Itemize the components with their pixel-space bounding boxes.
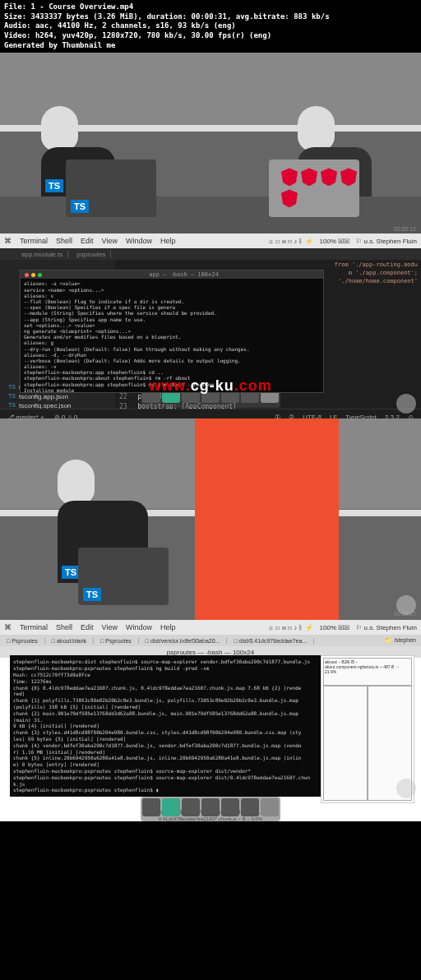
angular-shield-icon xyxy=(340,168,357,186)
timestamp: 00:00:12 xyxy=(394,226,416,232)
laptop-right xyxy=(269,159,359,217)
terminal-output: stephenfluin-macbookpro:dist stephenflui… xyxy=(13,659,317,793)
ts-sticker: TS xyxy=(71,200,89,213)
menu-edit[interactable]: Edit xyxy=(81,623,94,631)
apple-icon[interactable]: ⌘ xyxy=(4,237,12,245)
menu-window[interactable]: Window xyxy=(126,237,152,245)
battery-status: 100% ☒☒ xyxy=(320,624,350,631)
ts-file-icon: TS xyxy=(8,393,16,400)
menu-edit[interactable]: Edit xyxy=(81,237,94,245)
menu-shell[interactable]: Shell xyxy=(56,623,72,631)
user-name[interactable]: ⚐ u.s. Stephen Fluin xyxy=(356,624,417,631)
browser-window: □ Psproutes □ about:blank □ Psproutes □ … xyxy=(0,635,421,821)
menu-terminal[interactable]: Terminal xyxy=(20,237,48,245)
menu-view[interactable]: View xyxy=(102,237,118,245)
code-line: m './app.component'; xyxy=(335,270,418,278)
browser-tabs[interactable]: □ Psproutes □ about:blank □ Psproutes □ … xyxy=(0,635,421,646)
editor-tab[interactable]: app.module.ts xyxy=(16,251,68,258)
menu-help[interactable]: Help xyxy=(160,237,176,245)
dock-item[interactable] xyxy=(201,798,220,816)
terminal-output: aliases: -a <value> service <name> <opti… xyxy=(24,280,320,393)
dock-item[interactable] xyxy=(241,798,259,816)
apple-icon[interactable]: ⌘ xyxy=(4,623,12,631)
close-icon[interactable] xyxy=(25,273,29,277)
menu-window[interactable]: Window xyxy=(126,623,152,631)
angular-shield-icon xyxy=(321,168,337,186)
orange-panel xyxy=(195,418,339,620)
user-name[interactable]: ⚐ u.s. Stephen Fluin xyxy=(356,238,417,245)
menubar-icons[interactable]: ☼ ⊡ ⊞ ⊟ ♪ ᛒ ⚡ xyxy=(268,238,313,245)
angular-stickers xyxy=(281,168,359,207)
angular-shield-icon xyxy=(301,168,317,186)
ts-file-icon: TS xyxy=(8,384,16,391)
menubar-icons[interactable]: ☼ ⊡ ⊞ ⊟ ♪ ᛒ ⚡ xyxy=(268,624,313,631)
code-line: './home/home.component' xyxy=(335,278,418,286)
ts-sticker: TS xyxy=(62,566,80,579)
ts-sticker: TS xyxy=(83,588,101,601)
menubar[interactable]: ⌘ Terminal Shell Edit View Window Help ☼… xyxy=(0,233,421,248)
menu-terminal[interactable]: Terminal xyxy=(20,623,48,631)
menu-help[interactable]: Help xyxy=(160,623,176,631)
trash-icon[interactable] xyxy=(261,798,279,816)
editor-tab[interactable]: psproutes xyxy=(72,251,111,258)
terminal-window[interactable]: app — -bash — 100x24 aliases: -a <value>… xyxy=(20,270,324,393)
dock-item[interactable] xyxy=(162,798,180,816)
menu-view[interactable]: View xyxy=(102,623,118,631)
battery-status: 100% ☒☒ xyxy=(320,238,350,245)
file-item[interactable]: TStsconfig.app.json xyxy=(0,392,115,401)
terminal-titlebar[interactable]: app — -bash — 100x24 xyxy=(21,270,323,279)
file-metadata: File: 1 - Course Overview.mp4 Size: 3433… xyxy=(0,0,421,53)
maximize-icon[interactable] xyxy=(38,273,42,277)
map-block[interactable] xyxy=(323,686,368,801)
menubar[interactable]: ⌘ Terminal Shell Edit View Window Help ☼… xyxy=(0,620,421,635)
map-block[interactable]: about - 826 B - about.component.ngfactor… xyxy=(323,658,412,686)
terminal-title: app — -bash — 100x24 xyxy=(149,271,218,278)
dock-item[interactable] xyxy=(221,798,239,816)
browser-tab[interactable]: □ Psproutes xyxy=(0,638,45,644)
browser-tab[interactable]: □ Psproutes xyxy=(94,638,139,644)
dock-item[interactable] xyxy=(182,798,200,816)
terminal-window[interactable]: stephenfluin-macbookpro:dist stephenflui… xyxy=(10,655,321,797)
thumbnail-3: TS TS 00:00:22 xyxy=(0,418,421,620)
thumbnail-1: TS TS 00:00:12 xyxy=(0,53,421,233)
browser-tab[interactable]: □ dist/vendor.bdfef30aba20... xyxy=(139,638,228,644)
editor-tabs[interactable]: app.module.ts psproutes xyxy=(0,248,421,260)
laptop-left: TS xyxy=(78,548,169,605)
dock-item[interactable] xyxy=(142,798,160,816)
ts-sticker: TS xyxy=(45,179,63,192)
code-line: from './app-routing.modu xyxy=(335,261,418,270)
watermark: www.cg-ku.com xyxy=(149,377,271,395)
minimize-icon[interactable] xyxy=(31,273,35,277)
browser-tab[interactable]: □ about:blank xyxy=(45,638,94,644)
browser-tab[interactable]: □ dist/0.41dc978eddae7ea... xyxy=(227,638,314,644)
menu-shell[interactable]: Shell xyxy=(56,237,72,245)
angular-shield-icon xyxy=(281,189,298,207)
angular-shield-icon xyxy=(281,168,298,186)
macos-dock[interactable] xyxy=(141,797,280,821)
laptop-left: TS xyxy=(66,159,156,217)
browser-tab[interactable]: 📁 /stephen xyxy=(380,637,421,644)
